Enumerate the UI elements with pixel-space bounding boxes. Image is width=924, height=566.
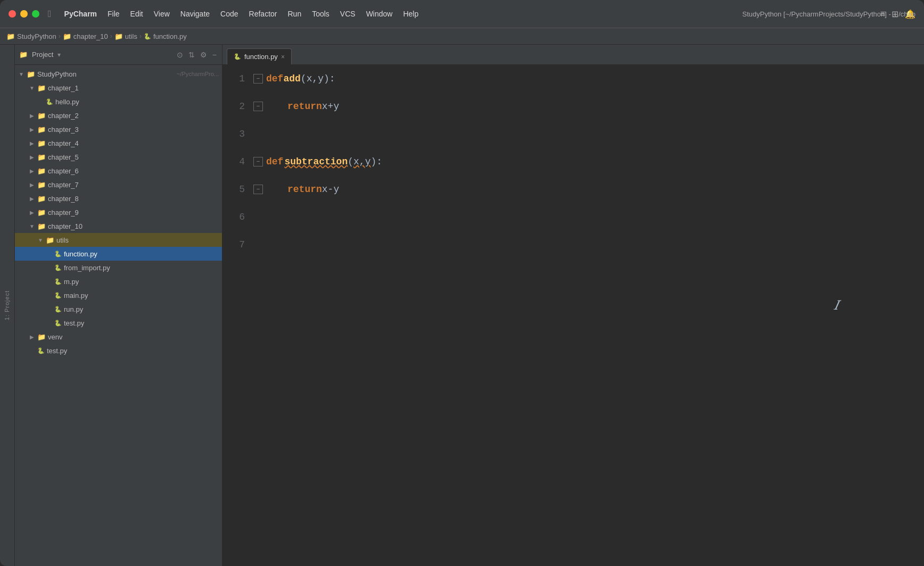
panel-minimize-icon[interactable]: − xyxy=(211,49,218,60)
expr-xpy: x+y xyxy=(322,93,339,120)
apple-icon:  xyxy=(48,9,52,20)
maximize-button[interactable] xyxy=(32,10,39,18)
label-chapter9: chapter_9 xyxy=(48,209,219,217)
panel-title: Project xyxy=(32,51,53,59)
tree-item-utils[interactable]: 📁 utils xyxy=(15,233,222,247)
panel-filter-icon[interactable]: ⇅ xyxy=(187,49,196,60)
panel-settings-icon[interactable]: ⚙ xyxy=(199,49,208,60)
param-y2: y xyxy=(365,148,371,176)
folder-studypython: 📁 xyxy=(27,70,35,78)
menu-view[interactable]: View xyxy=(150,7,174,20)
label-runpy: run.py xyxy=(64,305,219,313)
fold-2[interactable]: − xyxy=(253,102,263,111)
line-num-4: 4 xyxy=(227,148,245,176)
arrow-chapter5 xyxy=(29,154,35,160)
arrow-studypython xyxy=(18,71,24,77)
tree-item-chapter7[interactable]: 📁 chapter_7 xyxy=(15,178,222,192)
tree-item-hellopy[interactable]: 🐍 hello.py xyxy=(15,95,222,109)
menu-vcs[interactable]: VCS xyxy=(336,7,360,20)
code-line-4: − def subtraction ( x, y ) : xyxy=(253,148,920,176)
tree-item-runpy[interactable]: 🐍 run.py xyxy=(15,302,222,316)
tab-file-icon: 🐍 xyxy=(234,53,241,60)
tree-item-chapter3[interactable]: 📁 chapter_3 xyxy=(15,122,222,136)
tree-item-chapter6[interactable]: 📁 chapter_6 xyxy=(15,164,222,178)
tree-item-testpy-root[interactable]: 🐍 test.py xyxy=(15,344,222,357)
tab-functionpy[interactable]: 🐍 function.py × xyxy=(227,48,292,64)
editor-area: 🐍 function.py × 1 2 3 4 5 6 7 xyxy=(222,45,924,566)
expr-xmy: x-y xyxy=(322,176,339,203)
param-x: x, xyxy=(307,65,318,93)
breadcrumb-label-1: chapter_10 xyxy=(73,32,108,40)
tree-item-mpy[interactable]: 🐍 m.py xyxy=(15,274,222,288)
tree-item-venv[interactable]: 📁 venv xyxy=(15,330,222,344)
folder-chapter9: 📁 xyxy=(37,209,46,217)
menu-window[interactable]: Window xyxy=(362,7,397,20)
side-panel-label[interactable]: 1: Project xyxy=(0,45,15,566)
tree-item-chapter2[interactable]: 📁 chapter_2 xyxy=(15,109,222,122)
tree-item-mainpy[interactable]: 🐍 main.py xyxy=(15,288,222,302)
label-chapter6: chapter_6 xyxy=(48,167,219,175)
code-area[interactable]: 1 2 3 4 5 6 7 − def add ( x, xyxy=(222,65,924,566)
folder-chapter7: 📁 xyxy=(37,181,46,189)
fold-4[interactable]: − xyxy=(253,157,263,167)
arrow-chapter9 xyxy=(29,209,35,215)
arrow-chapter10 xyxy=(29,223,35,229)
menu-edit[interactable]: Edit xyxy=(126,7,147,20)
panel-sync-icon[interactable]: ⊙ xyxy=(176,49,184,60)
breadcrumb-utils[interactable]: 📁 utils xyxy=(114,32,137,40)
arrow-chapter8 xyxy=(29,195,35,202)
folder-chapter2: 📁 xyxy=(37,112,46,120)
breadcrumb-studypython[interactable]: 📁 StudyPython xyxy=(6,32,56,40)
breadcrumb-file[interactable]: 🐍 function.py xyxy=(144,32,187,40)
arrow-chapter1 xyxy=(29,85,35,91)
menu-refactor[interactable]: Refactor xyxy=(245,7,282,20)
menu-pycharm[interactable]: PyCharm xyxy=(60,7,101,20)
label-venv: venv xyxy=(48,333,219,341)
menu-tools[interactable]: Tools xyxy=(308,7,334,20)
tree-item-chapter5[interactable]: 📁 chapter_5 xyxy=(15,150,222,164)
project-panel: 📁 Project ▾ ⊙ ⇅ ⚙ − 📁 StudyPython ~/Pych… xyxy=(15,45,222,566)
tree-item-chapter4[interactable]: 📁 chapter_4 xyxy=(15,136,222,150)
arrow-chapter3 xyxy=(29,126,35,132)
editor-tabs: 🐍 function.py × xyxy=(222,45,924,65)
label-utils: utils xyxy=(56,236,219,244)
line-numbers: 1 2 3 4 5 6 7 xyxy=(222,65,249,566)
menu-file[interactable]: File xyxy=(103,7,124,20)
arrow-chapter7 xyxy=(29,181,35,188)
main-area: 1: Project 📁 Project ▾ ⊙ ⇅ ⚙ − 📁 xyxy=(0,45,924,566)
fn-subtraction: subtraction xyxy=(284,148,348,176)
arrow-venv xyxy=(29,334,35,340)
tree-item-chapter1[interactable]: 📁 chapter_1 xyxy=(15,81,222,95)
tree-item-functionpy[interactable]: 🐍 function.py xyxy=(15,247,222,261)
label-hellopy: hello.py xyxy=(55,98,219,106)
code-line-7 xyxy=(253,231,920,259)
code-content[interactable]: − def add ( x, y ) : − return x xyxy=(249,65,924,566)
minimize-button[interactable] xyxy=(20,10,28,18)
tree-item-testpy-utils[interactable]: 🐍 test.py xyxy=(15,316,222,330)
breadcrumb-chapter10[interactable]: 📁 chapter_10 xyxy=(63,32,108,40)
fold-1[interactable]: − xyxy=(253,74,263,84)
close-button[interactable] xyxy=(9,10,16,18)
panel-dropdown-arrow[interactable]: ▾ xyxy=(57,51,61,59)
project-panel-header: 📁 Project ▾ ⊙ ⇅ ⚙ − xyxy=(15,45,222,65)
tab-close-button[interactable]: × xyxy=(281,53,285,61)
line-num-3: 3 xyxy=(227,120,245,148)
py-file-icon: 🐍 xyxy=(144,33,151,40)
window-title: StudyPython [~/PycharmProjects/StudyPyth… xyxy=(742,10,915,18)
menu-run[interactable]: Run xyxy=(283,7,306,20)
code-line-3 xyxy=(253,120,920,148)
file-icon-testpy-utils: 🐍 xyxy=(54,320,62,327)
line-num-5: 5 xyxy=(227,176,245,203)
menu-code[interactable]: Code xyxy=(216,7,242,20)
menu-navigate[interactable]: Navigate xyxy=(176,7,214,20)
tree-item-chapter9[interactable]: 📁 chapter_9 xyxy=(15,205,222,219)
fold-5[interactable]: − xyxy=(253,185,263,194)
tree-item-chapter10[interactable]: 📁 chapter_10 xyxy=(15,219,222,233)
menu-help[interactable]: Help xyxy=(399,7,423,20)
tree-item-from-import[interactable]: 🐍 from_import.py xyxy=(15,261,222,274)
tree-item-studypython[interactable]: 📁 StudyPython ~/PycharmPro... xyxy=(15,67,222,81)
breadcrumb-label-2: utils xyxy=(125,32,137,40)
folder-chapter4: 📁 xyxy=(37,139,46,147)
tree-item-chapter8[interactable]: 📁 chapter_8 xyxy=(15,192,222,205)
line-num-1: 1 xyxy=(227,65,245,93)
